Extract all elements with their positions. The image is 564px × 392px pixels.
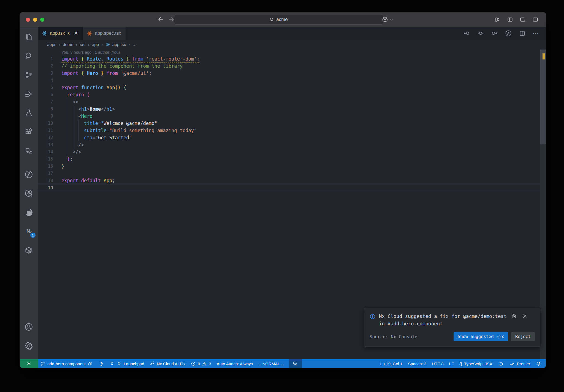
codelens-blame[interactable]: You, 3 hours ago | 1 author (You)	[38, 50, 546, 55]
rocket-icon	[109, 361, 115, 366]
command-center-search[interactable]: acme	[174, 15, 383, 24]
nx-console-icon[interactable]: N› 1	[23, 226, 34, 237]
git-branch-status[interactable]: add-hero-component	[38, 359, 96, 368]
line-number: 19	[38, 184, 53, 191]
code-line: 19	[38, 184, 546, 191]
settings-gear-icon[interactable]	[23, 340, 34, 351]
more-actions-icon[interactable]: ⋯	[533, 30, 539, 37]
source-control-icon[interactable]	[23, 69, 34, 80]
code-line: 3import { Hero } from '@acme/ui';	[38, 70, 546, 77]
error-count: 0	[198, 361, 200, 366]
zoom-out-status[interactable]	[289, 359, 302, 368]
language-mode-status[interactable]: {} TypeScript JSX	[457, 359, 495, 368]
notification-source: Source: Nx Console	[370, 334, 454, 339]
show-suggested-fix-button[interactable]: Show Suggested Fix	[454, 332, 508, 341]
gitlens-inspect-icon[interactable]	[23, 188, 34, 199]
code-line: 2// importing the component from the lib…	[38, 62, 546, 70]
close-tab-icon[interactable]: ✕	[74, 30, 78, 36]
line-content: <h1>Home</h1>	[61, 105, 115, 113]
back-arrow-icon[interactable]	[158, 16, 164, 23]
code-line: 12 cta="Get Started"	[38, 134, 546, 141]
launchpad-label: Launchpad	[124, 361, 144, 366]
cursor-position-status[interactable]: Ln 19, Col 1	[377, 359, 405, 368]
breadcrumb-item[interactable]: demo	[63, 42, 74, 47]
explorer-icon[interactable]	[23, 31, 34, 42]
line-content: );	[61, 156, 73, 163]
edge-devtools-icon[interactable]	[23, 207, 34, 218]
scrollbar-track[interactable]	[540, 50, 546, 359]
customize-layout-icon[interactable]	[494, 17, 500, 23]
reject-button[interactable]: Reject	[511, 332, 535, 341]
breadcrumb-items: apps›demo›src›app›app.tsx›…	[47, 42, 137, 47]
problems-status[interactable]: 0 3	[188, 359, 214, 368]
breadcrumb-item[interactable]: apps	[47, 42, 56, 47]
minimize-window-button[interactable]	[33, 18, 37, 22]
forward-arrow-icon[interactable]	[168, 16, 175, 23]
eol-status[interactable]: LF	[446, 359, 457, 368]
tab-app-tsx[interactable]: app.tsx 3 ✕	[38, 27, 83, 40]
package-icon[interactable]	[23, 245, 34, 256]
warning-count: 3	[209, 361, 211, 366]
copilot-menu[interactable]	[381, 16, 393, 23]
info-icon	[370, 314, 376, 320]
next-change-icon[interactable]	[491, 30, 498, 37]
maximize-window-button[interactable]	[40, 18, 44, 22]
notification-toast: Nx Cloud suggested a fix for @acme/demo:…	[364, 308, 540, 347]
line-number: 8	[38, 105, 53, 113]
chevron-down-icon	[390, 18, 393, 21]
notification-close-icon[interactable]	[522, 314, 527, 319]
current-change-icon[interactable]	[477, 30, 484, 37]
vim-mode-status[interactable]: -- NORMAL --	[256, 359, 286, 368]
toggle-secondary-sidebar-icon[interactable]	[532, 17, 538, 23]
notifications-bell[interactable]	[533, 359, 544, 368]
code-line: 18export default App;	[38, 177, 546, 184]
formatter-status[interactable]: Prettier	[506, 359, 533, 368]
remote-indicator[interactable]	[20, 359, 38, 368]
close-window-button[interactable]	[26, 18, 30, 22]
split-editor-icon[interactable]	[519, 30, 525, 37]
code-line: 16}	[38, 163, 546, 170]
breadcrumb-item[interactable]: app.tsx	[112, 42, 126, 47]
copilot-status[interactable]	[495, 359, 506, 368]
code-editor[interactable]: You, 3 hours ago | 1 author (You) 1impor…	[38, 50, 546, 359]
line-content: <Hero	[61, 113, 93, 120]
branch-name: add-hero-component	[47, 361, 86, 366]
commit-graph-icon[interactable]	[505, 30, 512, 37]
line-number: 5	[38, 84, 53, 91]
previous-change-icon[interactable]	[463, 30, 470, 37]
hierarchy-icon[interactable]	[23, 145, 34, 156]
launchpad-status[interactable]: Launchpad	[107, 359, 147, 368]
testing-icon[interactable]	[23, 107, 34, 118]
line-content: cta="Get Started"	[61, 134, 132, 141]
git-graph-status-icon[interactable]	[96, 359, 107, 368]
code-line: 13 />	[38, 141, 546, 148]
line-number: 16	[38, 163, 53, 170]
breadcrumb-item[interactable]: …	[132, 42, 137, 47]
toggle-primary-sidebar-icon[interactable]	[507, 17, 513, 23]
code-line: 15 );	[38, 156, 546, 163]
breadcrumb-item[interactable]: src	[80, 42, 86, 47]
indentation-status[interactable]: Spaces: 2	[405, 359, 429, 368]
run-debug-icon[interactable]	[23, 88, 34, 99]
code-line: 6 return (	[38, 91, 546, 98]
search-icon[interactable]	[23, 50, 34, 61]
tab-bar: app.tsx 3 ✕ app.spec.tsx	[38, 27, 546, 40]
notification-settings-gear-icon[interactable]	[511, 314, 517, 319]
scrollbar-thumb[interactable]	[540, 50, 546, 144]
breadcrumb-separator-icon: ›	[88, 42, 89, 47]
breadcrumb-item[interactable]: app	[92, 42, 99, 47]
tab-app-spec-tsx[interactable]: app.spec.tsx	[83, 27, 126, 40]
code-line: 14 </>	[38, 148, 546, 156]
gitlens-icon[interactable]	[23, 169, 34, 180]
line-number: 9	[38, 113, 53, 120]
line-content: // importing the component from the libr…	[61, 62, 183, 70]
auto-attach-status[interactable]: Auto Attach: Always	[214, 359, 256, 368]
nx-cloud-ai-fix-status[interactable]: Nx Cloud AI Fix	[147, 359, 188, 368]
extensions-icon[interactable]	[23, 126, 34, 137]
account-icon[interactable]	[23, 321, 34, 332]
toggle-panel-icon[interactable]	[520, 17, 526, 23]
encoding-status[interactable]: UTF-8	[429, 359, 446, 368]
line-content: </>	[61, 148, 81, 156]
line-content: <>	[61, 98, 78, 105]
titlebar: acme	[20, 12, 546, 27]
